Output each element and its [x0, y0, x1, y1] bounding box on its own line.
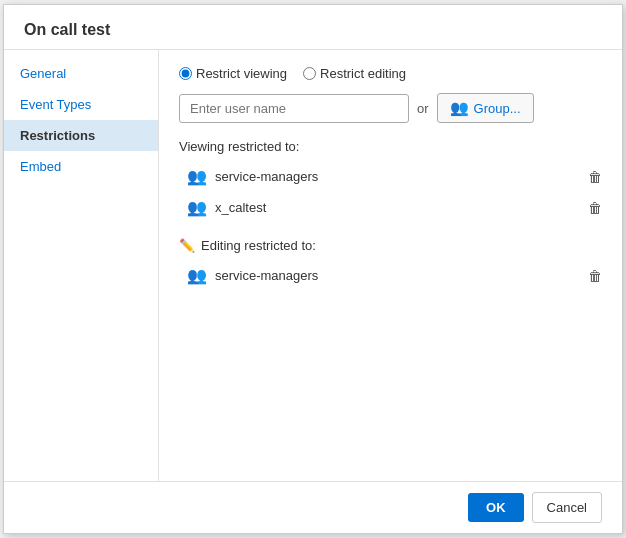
- delete-viewing-0[interactable]: 🗑: [588, 169, 602, 185]
- ok-button[interactable]: OK: [468, 493, 524, 522]
- radio-row: Restrict viewing Restrict editing: [179, 66, 602, 81]
- viewing-section-label: Viewing restricted to:: [179, 139, 602, 154]
- viewing-entry-name-1: x_caltest: [215, 200, 266, 215]
- editing-section: ✏️ Editing restricted to: 👥 service-mana…: [179, 238, 602, 290]
- viewing-entry-1: 👥 x_caltest 🗑: [179, 193, 602, 222]
- restrict-editing-radio-label[interactable]: Restrict editing: [303, 66, 406, 81]
- dialog-title: On call test: [4, 5, 622, 50]
- group-icon: 👥: [450, 99, 469, 117]
- group-icon-0: 👥: [187, 167, 207, 186]
- input-row: or 👥 Group...: [179, 93, 602, 123]
- dialog-body: GeneralEvent TypesRestrictionsEmbed Rest…: [4, 50, 622, 481]
- restrict-editing-radio[interactable]: [303, 67, 316, 80]
- or-label: or: [417, 101, 429, 116]
- dialog-footer: OK Cancel: [4, 481, 622, 533]
- group-button-label: Group...: [474, 101, 521, 116]
- restrict-editing-label: Restrict editing: [320, 66, 406, 81]
- editing-section-text: Editing restricted to:: [201, 238, 316, 253]
- restrict-viewing-label: Restrict viewing: [196, 66, 287, 81]
- editing-entry-name-0: service-managers: [215, 268, 318, 283]
- viewing-section-text: Viewing restricted to:: [179, 139, 299, 154]
- pencil-icon: ✏️: [179, 238, 195, 253]
- sidebar-item-general[interactable]: General: [4, 58, 158, 89]
- delete-viewing-1[interactable]: 🗑: [588, 200, 602, 216]
- viewing-entry-name-0: service-managers: [215, 169, 318, 184]
- editing-entry-0: 👥 service-managers 🗑: [179, 261, 602, 290]
- user-name-input[interactable]: [179, 94, 409, 123]
- group-icon-edit-0: 👥: [187, 266, 207, 285]
- restrict-viewing-radio[interactable]: [179, 67, 192, 80]
- dialog: On call test GeneralEvent TypesRestricti…: [3, 4, 623, 534]
- cancel-button[interactable]: Cancel: [532, 492, 602, 523]
- restrict-viewing-radio-label[interactable]: Restrict viewing: [179, 66, 287, 81]
- viewing-section: Viewing restricted to: 👥 service-manager…: [179, 139, 602, 222]
- main-content: Restrict viewing Restrict editing or 👥 G…: [159, 50, 622, 481]
- sidebar-item-event-types[interactable]: Event Types: [4, 89, 158, 120]
- delete-editing-0[interactable]: 🗑: [588, 268, 602, 284]
- viewing-entry-0: 👥 service-managers 🗑: [179, 162, 602, 191]
- group-icon-1: 👥: [187, 198, 207, 217]
- sidebar-item-restrictions[interactable]: Restrictions: [4, 120, 158, 151]
- group-button[interactable]: 👥 Group...: [437, 93, 534, 123]
- sidebar: GeneralEvent TypesRestrictionsEmbed: [4, 50, 159, 481]
- sidebar-item-embed[interactable]: Embed: [4, 151, 158, 182]
- editing-section-label: ✏️ Editing restricted to:: [179, 238, 602, 253]
